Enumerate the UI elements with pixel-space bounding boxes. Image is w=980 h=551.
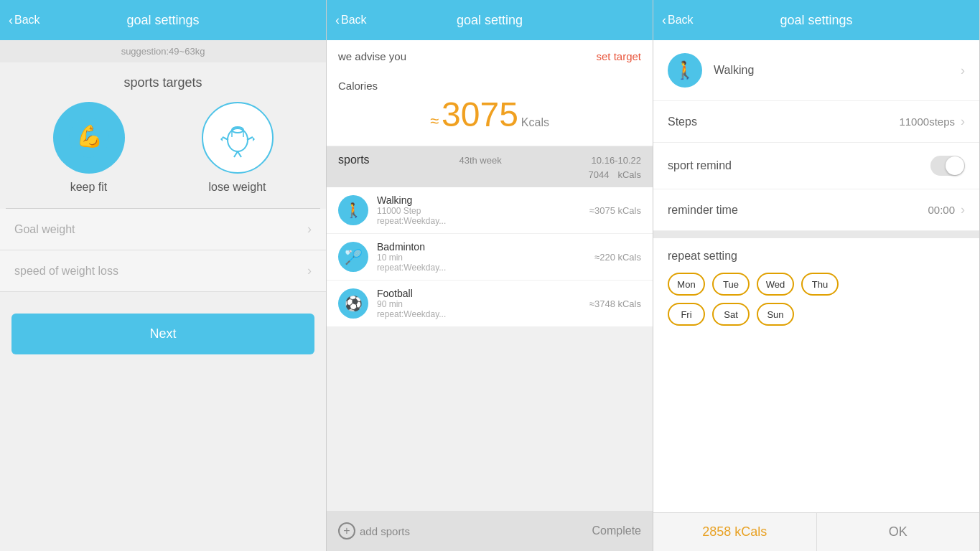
panel3-body: 🚶 Walking › Steps 11000steps › sport rem… [653,40,979,512]
suggestion-text: suggestion:49~63kg [121,46,205,57]
activity-row[interactable]: 🚶 Walking › [653,40,979,101]
svg-line-10 [234,151,238,157]
week-label: 43th week [459,155,501,166]
total-kcals: 7044 [589,169,610,180]
walking-details: Walking 11000 Step repeat:Weekday... [377,194,581,226]
day-tue[interactable]: Tue [712,273,750,296]
day-wed[interactable]: Wed [757,273,794,296]
day-fri[interactable]: Fri [668,303,705,326]
sport-item-football[interactable]: ⚽ Football 90 min repeat:Weekday... ≈374… [327,281,653,327]
panel1-title: goal settings [126,13,199,28]
steps-value: 11000steps [899,116,955,128]
sports-icons-row: 💪 keep fit lose wei [0,102,326,208]
badminton-details: Badminton 10 min repeat:Weekday... [377,241,586,273]
panel1-back-button[interactable]: ‹ Back [9,13,40,28]
speed-row[interactable]: speed of weight loss › [0,250,326,292]
gray-divider [653,231,979,238]
badminton-duration: 10 min [377,253,586,263]
svg-marker-6 [253,137,255,141]
lose-weight-label: lose weight [208,181,266,194]
speed-chevron-icon: › [307,263,312,278]
badminton-kcals: ≈220 kCals [594,252,641,263]
sport-item-badminton[interactable]: 🏸 Badminton 10 min repeat:Weekday... ≈22… [327,234,653,281]
days-row1: Mon Tue Wed Thu [668,273,965,296]
panel-goal-settings-3: ‹ Back goal settings 🚶 Walking › Steps 1… [653,0,980,551]
add-circle-icon: + [338,522,355,540]
football-kcals: ≈3748 kCals [589,298,641,309]
panel1-header: ‹ Back goal settings [0,0,326,40]
day-thu[interactable]: Thu [801,273,839,296]
day-sat[interactable]: Sat [712,303,750,326]
walking-activity-icon: 🚶 [668,53,702,88]
calories-number: 3075 [442,95,518,134]
reminder-time-row[interactable]: reminder time 00:00 › [653,189,979,231]
days-row2: Fri Sat Sun [668,303,965,326]
reminder-time-label: reminder time [668,204,928,217]
set-target-button[interactable]: set target [596,50,641,62]
footer-kcals: 2858 kCals [653,513,817,551]
panel2-back-button[interactable]: ‹ Back [335,13,367,28]
add-sports-button[interactable]: + add sports [338,522,410,540]
keep-fit-label: keep fit [70,181,108,194]
day-mon[interactable]: Mon [668,273,705,296]
sport-remind-row: sport remind [653,143,979,189]
calories-section: Calories ≈ 3075 Kcals [327,72,653,146]
svg-text:💪: 💪 [75,123,103,149]
body-icon [213,113,263,163]
kcals-unit: Kcals [521,116,549,129]
steps-chevron-icon: › [961,114,965,129]
football-duration: 90 min [377,299,581,309]
walking-kcals: ≈3075 kCals [589,205,641,216]
football-details: Football 90 min repeat:Weekday... [377,288,581,319]
advise-row: we advise you set target [327,40,653,72]
complete-button[interactable]: Complete [592,524,641,537]
speed-label: speed of weight loss [14,265,118,278]
walking-name: Walking [377,194,581,206]
badminton-icon: 🏸 [338,242,368,272]
sports-header: sports 43th week 10.16-10.22 7044 kCals [327,146,653,187]
add-sports-bar: + add sports Complete [327,511,653,551]
walking-repeat: repeat:Weekday... [377,216,581,226]
svg-marker-5 [220,137,223,141]
svg-line-11 [238,151,241,157]
walking-step: 11000 Step [377,206,581,216]
football-icon: ⚽ [338,288,368,319]
sports-title: sports [338,154,370,166]
ok-button[interactable]: OK [817,513,980,551]
panel3-back-button[interactable]: ‹ Back [662,13,694,28]
reminder-chevron-icon: › [961,202,965,217]
steps-row[interactable]: Steps 11000steps › [653,101,979,143]
keep-fit-option[interactable]: 💪 keep fit [53,102,125,194]
panel2-back-label: Back [341,14,367,27]
football-name: Football [377,288,581,299]
steps-label: Steps [668,116,899,128]
lose-weight-option[interactable]: lose weight [202,102,274,194]
repeat-setting-label: repeat setting [668,250,965,263]
muscle-icon: 💪 [67,116,111,159]
back-arrow-icon: ‹ [9,13,13,28]
panel2-title: goal setting [457,13,523,28]
date-range: 10.16-10.22 [592,155,641,166]
calories-value-row: ≈ 3075 Kcals [338,95,641,134]
panel3-footer: 2858 kCals OK [653,512,979,551]
sport-items-list: 🚶 Walking 11000 Step repeat:Weekday... ≈… [327,187,653,327]
day-sun[interactable]: Sun [757,303,794,326]
next-button[interactable]: Next [11,314,314,354]
sport-item-walking[interactable]: 🚶 Walking 11000 Step repeat:Weekday... ≈… [327,187,653,234]
football-repeat: repeat:Weekday... [377,309,581,319]
goal-weight-row[interactable]: Goal weight › [0,209,326,250]
panel-goal-setting-2: ‹ Back goal setting we advise you set ta… [327,0,653,551]
sport-remind-toggle[interactable] [930,156,965,176]
add-sports-label: add sports [360,525,410,537]
panel2-header: ‹ Back goal setting [327,0,653,40]
lose-weight-circle [202,102,274,174]
kcals-label: kCals [617,169,641,180]
sports-header-row1: sports 43th week 10.16-10.22 [338,154,641,166]
panel-goal-settings-1: ‹ Back goal settings suggestion:49~63kg … [0,0,327,551]
goal-weight-chevron-icon: › [307,222,312,237]
panel3-back-label: Back [668,14,694,27]
panel2-back-arrow-icon: ‹ [335,13,340,28]
goal-weight-label: Goal weight [14,223,75,236]
keep-fit-circle: 💪 [53,102,125,174]
advise-text: we advise you [338,50,406,62]
